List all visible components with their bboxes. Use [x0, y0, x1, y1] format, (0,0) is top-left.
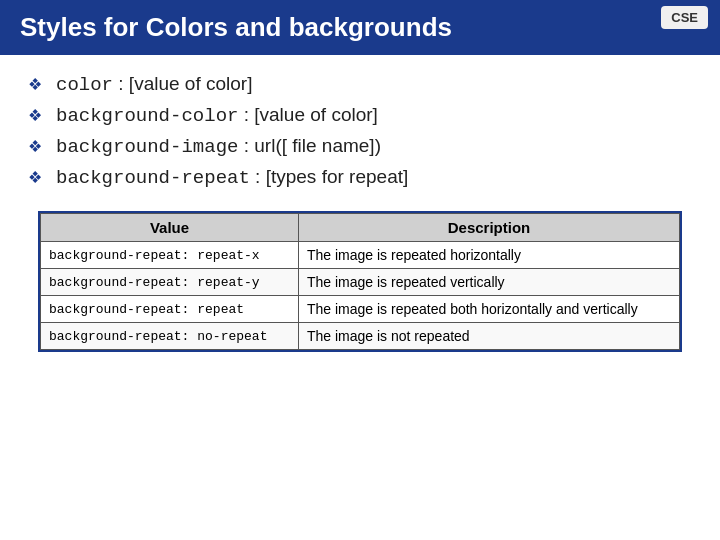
table-row: background-repeat: repeat-xThe image is …	[41, 242, 680, 269]
table-cell-value: background-repeat: repeat-y	[41, 269, 299, 296]
col-header-value: Value	[41, 214, 299, 242]
slide: Styles for Colors and backgrounds CSE co…	[0, 0, 720, 540]
bullet-bg-image-text: background-image	[56, 136, 238, 158]
bullet-list: color : [value of color] background-colo…	[28, 73, 692, 189]
table-cell-description: The image is repeated horizontally	[298, 242, 679, 269]
bullet-item-color: color : [value of color]	[28, 73, 692, 96]
bullet-item-bg-repeat: background-repeat : [types for repeat]	[28, 166, 692, 189]
table-cell-description: The image is not repeated	[298, 323, 679, 350]
table-container: Value Description background-repeat: rep…	[38, 211, 682, 352]
cse-badge: CSE	[661, 6, 708, 29]
table-row: background-repeat: repeat-yThe image is …	[41, 269, 680, 296]
content-area: color : [value of color] background-colo…	[0, 73, 720, 352]
bullet-item-bg-image: background-image : url([ file name])	[28, 135, 692, 158]
table-cell-description: The image is repeated both horizontally …	[298, 296, 679, 323]
properties-table: Value Description background-repeat: rep…	[40, 213, 680, 350]
bullet-item-bg-color: background-color : [value of color]	[28, 104, 692, 127]
table-cell-description: The image is repeated vertically	[298, 269, 679, 296]
slide-title: Styles for Colors and backgrounds	[20, 12, 452, 42]
header-bar: Styles for Colors and backgrounds	[0, 0, 720, 55]
table-row: background-repeat: no-repeatThe image is…	[41, 323, 680, 350]
table-row: background-repeat: repeatThe image is re…	[41, 296, 680, 323]
bullet-bg-color-text: background-color	[56, 105, 238, 127]
table-cell-value: background-repeat: no-repeat	[41, 323, 299, 350]
bullet-color-text: color	[56, 74, 113, 96]
table-cell-value: background-repeat: repeat	[41, 296, 299, 323]
bullet-bg-repeat-text: background-repeat	[56, 167, 250, 189]
table-cell-value: background-repeat: repeat-x	[41, 242, 299, 269]
col-header-description: Description	[298, 214, 679, 242]
